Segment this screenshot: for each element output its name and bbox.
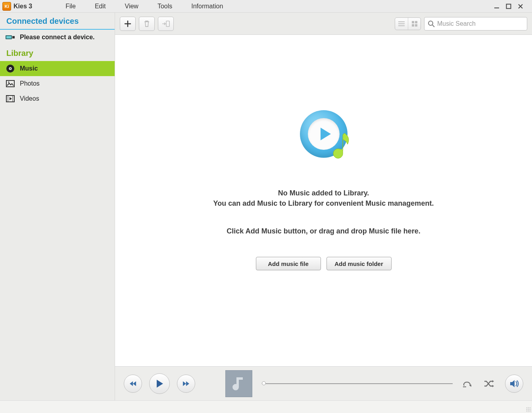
- sidebar-item-label: Photos: [20, 80, 40, 87]
- svg-marker-23: [157, 380, 163, 388]
- sidebar: Connected devices Please connect a devic…: [0, 13, 115, 400]
- menu-tools[interactable]: Tools: [148, 3, 182, 10]
- svg-rect-4: [12, 36, 15, 38]
- play-icon: [156, 379, 163, 388]
- seek-slider[interactable]: [262, 382, 453, 385]
- app-icon: [2, 2, 11, 11]
- device-icon: [6, 33, 15, 41]
- empty-line1: No Music added to Library.: [278, 188, 369, 198]
- svg-marker-29: [492, 385, 494, 387]
- connect-device-prompt: Please connect a device.: [0, 30, 115, 45]
- sidebar-item-photos[interactable]: Photos: [0, 76, 115, 91]
- app-title: Kies 3: [13, 3, 32, 10]
- photos-icon: [6, 80, 15, 88]
- music-icon: [6, 65, 15, 73]
- prev-track-button[interactable]: [124, 375, 142, 393]
- status-bar: [0, 400, 532, 413]
- plus-icon: [124, 20, 131, 27]
- svg-rect-0: [494, 8, 499, 8]
- svg-line-20: [432, 25, 434, 27]
- maximize-icon: [506, 4, 511, 9]
- empty-line3: Click Add Music button, or drag and drop…: [227, 226, 420, 236]
- repeat-button[interactable]: [462, 380, 476, 388]
- add-button[interactable]: [120, 17, 136, 31]
- sidebar-item-label: Videos: [20, 95, 39, 102]
- search-icon: [428, 20, 435, 27]
- search-input[interactable]: [437, 20, 524, 27]
- menu-view[interactable]: View: [115, 3, 148, 10]
- volume-icon: [509, 380, 519, 388]
- svg-marker-28: [492, 380, 494, 382]
- svg-rect-17: [412, 24, 414, 27]
- music-hero-icon: [300, 110, 348, 158]
- view-list-button[interactable]: [395, 18, 408, 30]
- videos-icon: [6, 95, 15, 103]
- transfer-icon: [162, 21, 170, 27]
- player-bar: [115, 366, 532, 400]
- shuffle-button[interactable]: [484, 380, 498, 388]
- connect-device-label: Please connect a device.: [20, 34, 95, 41]
- content-stage: No Music added to Library. You can add M…: [115, 35, 532, 366]
- svg-point-7: [10, 68, 11, 69]
- album-art-placeholder: [225, 370, 252, 397]
- svg-rect-1: [507, 4, 511, 8]
- volume-button[interactable]: [505, 375, 523, 393]
- sidebar-header-library: Library: [0, 45, 115, 61]
- repeat-icon: [462, 380, 472, 388]
- svg-marker-13: [10, 97, 12, 100]
- window-minimize-button[interactable]: [494, 4, 506, 9]
- svg-point-9: [8, 81, 9, 82]
- view-toggle: [395, 17, 421, 30]
- add-music-folder-button[interactable]: Add music folder: [326, 257, 392, 270]
- list-view-icon: [398, 21, 405, 26]
- svg-rect-8: [6, 80, 14, 87]
- svg-marker-22: [133, 381, 136, 386]
- menu-edit[interactable]: Edit: [85, 3, 115, 10]
- svg-rect-18: [415, 24, 417, 27]
- sidebar-item-videos[interactable]: Videos: [0, 91, 115, 106]
- previous-icon: [129, 380, 137, 387]
- next-icon: [182, 380, 190, 387]
- window-close-button[interactable]: [518, 4, 530, 9]
- add-music-file-button[interactable]: Add music file: [256, 257, 321, 270]
- music-note-icon: [332, 132, 351, 159]
- next-track-button[interactable]: [177, 375, 195, 393]
- transfer-button[interactable]: [158, 17, 174, 31]
- empty-line2: You can add Music to Library for conveni…: [213, 198, 434, 208]
- minimize-icon: [494, 4, 499, 9]
- shuffle-icon: [484, 380, 494, 388]
- window-maximize-button[interactable]: [506, 4, 518, 9]
- view-grid-button[interactable]: [408, 18, 421, 30]
- delete-button[interactable]: [139, 17, 155, 31]
- menu-information[interactable]: Information: [182, 3, 232, 10]
- toolbar: [115, 13, 532, 35]
- resize-grip[interactable]: [526, 407, 531, 412]
- album-note-icon: [232, 376, 246, 392]
- svg-marker-30: [510, 380, 515, 387]
- svg-marker-24: [183, 381, 186, 386]
- svg-rect-3: [6, 36, 11, 38]
- svg-marker-21: [130, 381, 133, 386]
- menu-file[interactable]: File: [56, 3, 85, 10]
- svg-rect-16: [415, 21, 417, 23]
- search-box[interactable]: [424, 17, 527, 31]
- menu-bar: Kies 3 File Edit View Tools Information: [0, 0, 532, 13]
- play-button[interactable]: [149, 373, 170, 394]
- trash-icon: [144, 20, 150, 27]
- sidebar-header-devices: Connected devices: [0, 13, 115, 30]
- svg-point-19: [428, 21, 433, 25]
- svg-rect-15: [412, 21, 414, 23]
- sidebar-item-label: Music: [20, 65, 38, 72]
- grid-view-icon: [412, 21, 417, 27]
- sidebar-item-music[interactable]: Music: [0, 61, 115, 76]
- svg-rect-14: [166, 21, 169, 27]
- svg-marker-25: [186, 381, 189, 386]
- close-icon: [518, 4, 523, 9]
